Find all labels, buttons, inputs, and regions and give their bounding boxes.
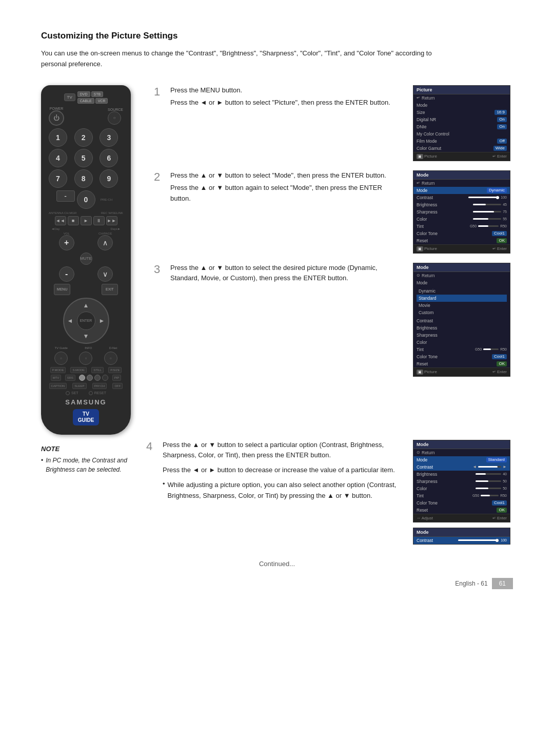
d-net-label: D-Net [109,346,117,350]
vol-down-button[interactable]: - [59,266,74,282]
rec-label: REC WISELINK [101,211,123,215]
step4-text1: Press the ▲ or ▼ button to select a part… [163,440,403,461]
exit-button[interactable]: EXIT [102,284,118,295]
nav-up-arrow[interactable]: ▲ [83,302,89,309]
note-section: NOTE • In PC mode, the Contrast and Brig… [41,445,131,474]
step4-text2: Press the ◄ or ► button to decrease or i… [163,465,403,476]
tv-guide-label: TV Guide [55,346,68,350]
screen5-mockup: Mode Contrast 100 [413,528,510,545]
mode-custom: Custom [417,309,507,316]
color-btn-4[interactable] [102,375,108,381]
num-3[interactable]: 3 [100,128,118,147]
screen4-mockup: Mode ⊙Return ModeStandard Contrast ◄► Br… [413,440,510,522]
screen1-title: Picture [413,86,510,94]
screen2-mockup: Mode ↵Return ModeDynamic Contrast 100 Br… [413,170,510,254]
vcr-button[interactable]: VCR [95,98,108,104]
num-4[interactable]: 4 [49,149,67,167]
screen5-title: Mode [413,528,510,537]
day-prev-label: ◄Day [51,227,60,230]
paych-btn[interactable]: PAY.CH [92,383,107,389]
color-btn-1[interactable] [79,375,85,381]
screen4-title: Mode [413,440,510,449]
mode-movie: Movie [417,302,507,309]
enter-button[interactable]: ENTER [77,312,95,330]
num-7[interactable]: 7 [49,169,67,188]
cable-button[interactable]: CABLE [77,98,94,104]
page-number-badge: 61 [492,578,513,589]
power-label: POWER [49,107,64,110]
ch-down-button[interactable]: ∨ [97,266,113,282]
sleep-btn[interactable]: SLEEP [72,383,86,389]
num-1[interactable]: 1 [49,128,67,147]
step2-text2: Press the ▲ or ▼ button again to select … [170,183,403,204]
screen3-mockup: Mode ⊙Return Mode Dynamic Standard Movie… [413,263,510,377]
source-label: SOURCE [108,108,123,111]
screen1-mockup: Picture ↵Return Mode Size16:9 Digital NR… [413,85,510,161]
step4-bullet: While adjusting a picture option, you ca… [168,480,403,501]
note-title: NOTE [41,445,131,453]
num-0[interactable]: 0 [77,190,95,209]
menu-button[interactable]: MENU [54,284,70,295]
dash-button[interactable]: - [56,190,75,202]
rew-button[interactable]: ◄◄ [55,216,66,225]
samsung-logo: SAMSUNG [46,398,126,406]
tv-guide-btn[interactable]: ○ [54,352,68,365]
navigation-pad[interactable]: ▲ ▼ ◄ ► ENTER [63,298,109,344]
prech-label: PRE-CH [101,198,112,201]
screen2-title: Mode [413,171,510,180]
srs-btn[interactable]: SRS [65,375,75,381]
d-net-btn[interactable]: ○ [104,352,117,365]
nav-left-arrow[interactable]: ◄ [67,317,73,324]
step2-number: 2 [154,170,164,184]
dvd-button[interactable]: DVD [77,91,90,97]
reset-label: RESET [89,391,106,395]
num-8[interactable]: 8 [74,169,93,188]
num-2[interactable]: 2 [74,128,93,147]
source-button[interactable]: ○ [108,111,121,125]
num-5[interactable]: 5 [74,149,93,167]
antenna-label: ANTENNA CH.MGR [49,211,76,215]
step4-number: 4 [146,440,156,453]
intro-text: You can use the on-screen menus to chang… [41,48,441,70]
p-mode-btn[interactable]: P.MODE [50,367,66,373]
off-btn[interactable]: OFF [112,383,123,389]
step3-number: 3 [154,263,164,276]
step3-text1: Press the ▲ or ▼ button to select the de… [170,263,403,284]
page-title: Customizing the Picture Settings [41,31,513,41]
tv-button[interactable]: TV [64,93,75,101]
caption-btn[interactable]: CAPTION [49,383,67,389]
mode-standard: Standard [417,295,507,302]
nav-right-arrow[interactable]: ► [99,317,105,324]
mtv-btn[interactable]: MTV [51,375,62,381]
num-9[interactable]: 9 [100,169,118,188]
pause-button[interactable]: ⏸ [93,216,105,225]
step1-text2: Press the ◄ or ► button to select "Pictu… [170,98,403,108]
vol-up-button[interactable]: + [59,235,74,250]
num-6[interactable]: 6 [100,149,118,167]
nav-down-arrow[interactable]: ▼ [83,333,89,340]
tv-guide-badge: TVGUIDE [73,409,100,425]
s-mode-btn[interactable]: S.MODE [70,367,87,373]
mute-button[interactable]: MUTE [80,253,92,265]
screen3-title: Mode [413,263,510,272]
color-btn-3[interactable] [94,375,101,381]
stop-button[interactable]: ■ [68,216,79,225]
remote-control: TV DVD STB CABLE VCR POWER ⏻ [41,85,138,435]
power-button[interactable]: ⏻ [49,110,64,126]
stb-button[interactable]: STB [91,91,104,97]
page-number-text: English - 61 [455,580,487,587]
note-text: In PC mode, the Contrast and Brightness … [46,456,131,474]
day-next-label: Days► [110,227,121,230]
play-button[interactable]: ► [81,216,92,225]
info-btn[interactable]: ○ [79,352,92,365]
step1-text1: Press the MENU button. [170,85,403,96]
pip-btn[interactable]: PIP [112,375,122,381]
step2-text1: Press the ▲ or ▼ button to select "Mode"… [170,170,403,181]
ch-up-button[interactable]: ∧ [97,235,113,250]
ff-button[interactable]: ►► [106,216,117,225]
mode-dynamic: Dynamic [417,287,507,295]
still-btn[interactable]: STILL [91,367,104,373]
p-size-btn[interactable]: P.SIZE [108,367,122,373]
color-btn-2[interactable] [87,375,93,381]
continued-text: Continued... [41,560,513,568]
